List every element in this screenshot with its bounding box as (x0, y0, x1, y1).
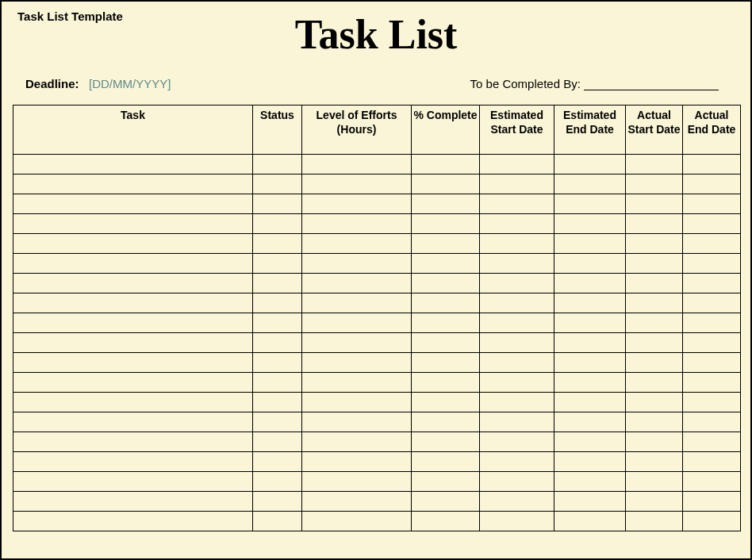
deadline-placeholder: [DD/MM/YYYY] (89, 77, 171, 90)
table-cell (13, 313, 253, 333)
table-cell (626, 313, 683, 333)
table-cell (253, 175, 302, 194)
table-cell (302, 175, 412, 194)
table-cell (554, 492, 626, 512)
table-cell (412, 234, 480, 254)
table-cell (302, 373, 412, 393)
table-cell (683, 234, 741, 254)
table-cell (626, 373, 683, 393)
table-row (13, 393, 741, 412)
table-cell (412, 333, 480, 353)
table-cell (302, 512, 412, 531)
table-cell (683, 373, 741, 393)
table-cell (554, 234, 626, 254)
table-cell (683, 175, 741, 194)
completed-by-blank (584, 80, 719, 91)
table-cell (253, 353, 302, 373)
table-cell (412, 155, 480, 175)
completed-by-label: To be Completed By: (470, 77, 581, 90)
table-cell (480, 512, 554, 531)
table-cell (626, 452, 683, 472)
table-cell (554, 333, 626, 353)
table-row (13, 313, 741, 333)
table-row (13, 234, 741, 254)
table-cell (683, 254, 741, 274)
table-cell (683, 194, 741, 214)
table-cell (683, 452, 741, 472)
table-row (13, 373, 741, 393)
table-cell (302, 353, 412, 373)
table-cell (253, 333, 302, 353)
col-effort: Level of Efforts (Hours) (302, 105, 412, 155)
table-cell (253, 432, 302, 452)
table-cell (683, 492, 741, 512)
table-cell (683, 472, 741, 492)
table-cell (554, 274, 626, 293)
table-cell (480, 472, 554, 492)
table-cell (13, 373, 253, 393)
table-cell (554, 393, 626, 412)
table-cell (626, 333, 683, 353)
completed-by-field: To be Completed By: (470, 77, 727, 90)
table-cell (554, 194, 626, 214)
table-cell (302, 393, 412, 412)
table-cell (480, 492, 554, 512)
table-cell (554, 293, 626, 313)
table-cell (412, 274, 480, 293)
table-cell (412, 254, 480, 274)
table-cell (253, 293, 302, 313)
table-cell (480, 234, 554, 254)
table-cell (13, 214, 253, 234)
table-cell (554, 155, 626, 175)
col-task: Task (13, 105, 253, 155)
table-cell (253, 155, 302, 175)
table-cell (253, 194, 302, 214)
table-cell (302, 254, 412, 274)
table-cell (480, 293, 554, 313)
table-cell (253, 512, 302, 531)
table-row (13, 214, 741, 234)
table-cell (480, 274, 554, 293)
table-cell (683, 214, 741, 234)
table-cell (683, 293, 741, 313)
table-cell (683, 412, 741, 432)
table-cell (302, 194, 412, 214)
table-cell (13, 512, 253, 531)
table-cell (13, 393, 253, 412)
table-cell (554, 175, 626, 194)
table-cell (626, 274, 683, 293)
table-cell (13, 274, 253, 293)
table-cell (302, 274, 412, 293)
table-cell (13, 353, 253, 373)
col-status: Status (253, 105, 302, 155)
table-cell (480, 313, 554, 333)
table-cell (253, 214, 302, 234)
table-cell (626, 393, 683, 412)
task-table: Task Status Level of Efforts (Hours) % C… (13, 105, 741, 531)
table-cell (480, 254, 554, 274)
table-cell (302, 432, 412, 452)
table-row (13, 155, 741, 175)
table-cell (253, 373, 302, 393)
table-cell (302, 472, 412, 492)
table-cell (626, 492, 683, 512)
table-cell (554, 353, 626, 373)
table-row (13, 512, 741, 531)
table-cell (554, 254, 626, 274)
table-cell (480, 393, 554, 412)
table-cell (480, 353, 554, 373)
table-cell (412, 393, 480, 412)
table-cell (480, 155, 554, 175)
table-cell (683, 432, 741, 452)
table-row (13, 452, 741, 472)
table-cell (480, 175, 554, 194)
table-row (13, 432, 741, 452)
table-cell (13, 155, 253, 175)
table-cell (412, 412, 480, 432)
table-cell (302, 452, 412, 472)
table-cell (683, 393, 741, 412)
table-cell (253, 393, 302, 412)
table-cell (412, 512, 480, 531)
table-cell (554, 432, 626, 452)
table-cell (683, 353, 741, 373)
